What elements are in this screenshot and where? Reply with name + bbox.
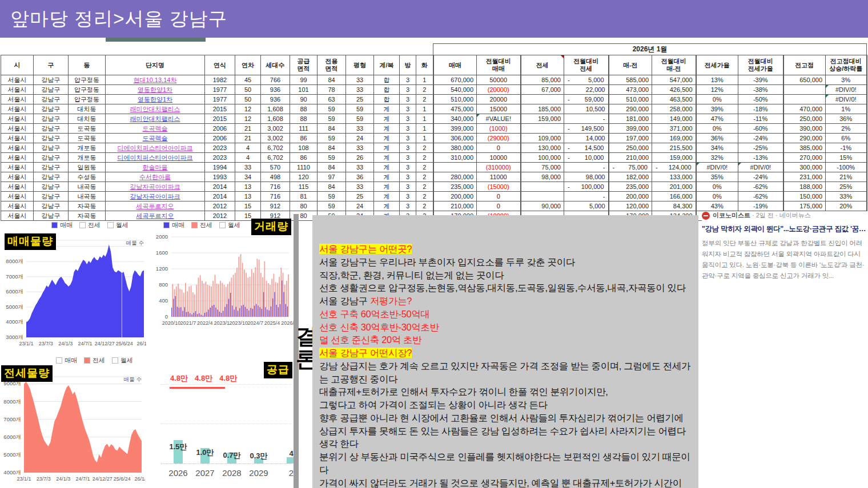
- demand-value-label: 4.8만: [170, 373, 188, 384]
- analysis-line: 향후 공급뿐 아니라 현 시장에서 고환율로 인해서 사람들의 투자심리가 꺾어…: [319, 412, 692, 425]
- legend-item[interactable]: 월세: [107, 221, 128, 229]
- year-label: 2026: [166, 468, 191, 478]
- news-source: 이코노미스트: [713, 211, 750, 220]
- column-header: 동: [69, 55, 106, 75]
- svg-text:8000개: 8000개: [6, 258, 23, 264]
- column-header: 전월대비 매매: [477, 55, 521, 75]
- table-row: 서울시강남구압구정동영동한양1차1977509361017833합32540,0…: [1, 85, 867, 95]
- column-header: 계/복: [374, 55, 400, 75]
- complex-link[interactable]: 영동한양1차: [138, 86, 172, 93]
- svg-text:24/12/27: 24/12/27: [93, 476, 112, 482]
- legend-swatch-icon: [219, 222, 226, 228]
- legend-swatch-icon: [107, 222, 114, 228]
- transaction-volume-chart: 매매전세월세 거래량 20001600120080040002020/10202…: [148, 219, 294, 333]
- demand-value-label: 4.8만: [219, 373, 237, 384]
- supply-value-label: 4: [279, 449, 294, 458]
- svg-text:23/7/3: 23/7/3: [37, 476, 51, 482]
- complex-link[interactable]: 디에이치퍼스티어아이파크: [118, 154, 193, 161]
- complex-table: 2026년 1월시구동단지명연식연차세대수공급 면적전용 면적평형계/복방화매매…: [1, 43, 867, 221]
- svg-text:2021/7: 2021/7: [180, 320, 196, 326]
- analysis-line: 상급지 투자를 못해도 돈 있는 사람들은 강남 입성하려는 수요가 쉽사리 사…: [319, 425, 692, 451]
- legend-swatch-icon: [51, 222, 58, 228]
- supply-value-label: 0.7만: [219, 450, 244, 461]
- column-header: 시: [1, 55, 34, 75]
- svg-text:2024/7: 2024/7: [247, 320, 263, 326]
- axis-baseline: [161, 463, 291, 464]
- chart-legend: 매매전세월세: [163, 221, 240, 229]
- svg-text:4000개: 4000개: [3, 469, 21, 475]
- legend-item[interactable]: 전세: [191, 221, 212, 229]
- news-headline[interactable]: "강남 막히자 외곽이 뛴다"...노도강·금관구 집값 '꿈틀', 신고가 .…: [702, 224, 867, 234]
- year-label: 2027: [192, 468, 218, 478]
- supply-value-label: 1.0만: [192, 447, 218, 458]
- legend-swatch-icon: [112, 357, 118, 364]
- complex-link[interactable]: 디에이치퍼스티어아이파크: [118, 144, 193, 151]
- supply-value-label: 0.3만: [246, 451, 271, 461]
- complex-link[interactable]: 래미안대치팰리스: [130, 115, 180, 122]
- complex-link[interactable]: 세곡푸르지오: [136, 203, 174, 209]
- column-header: 평형: [346, 55, 374, 75]
- legend-item[interactable]: 월세: [112, 356, 133, 365]
- svg-text:6000개: 6000개: [6, 288, 23, 295]
- complex-link[interactable]: 영동한양1차: [138, 96, 172, 103]
- svg-text:26/1/9: 26/1/9: [136, 341, 146, 346]
- svg-text:2000: 2000: [156, 233, 168, 240]
- analysis-line: 서울 강남구는 우리나라 부촌이자 입지요소를 두루 갖춘 곳이다: [319, 256, 692, 269]
- column-header: 연차: [235, 55, 261, 75]
- complex-link[interactable]: 현대10,13,14차: [134, 76, 177, 83]
- area-series: [24, 382, 142, 473]
- svg-text:매물 수: 매물 수: [124, 376, 142, 382]
- news-meta: · 2일 전 · 네이버뉴스: [752, 211, 811, 220]
- area-plot: 9000개8000개7000개6000개5000개4000개23/1/123/7…: [1, 372, 145, 488]
- column-header: 화: [416, 55, 433, 75]
- complex-link[interactable]: 수서한아름: [139, 174, 171, 180]
- legend-item[interactable]: 매매: [56, 356, 77, 365]
- jeonse-listing-chart: 매매전세월세 전세물량 9000개8000개7000개6000개5000개400…: [1, 353, 145, 488]
- legend-item[interactable]: 전세: [84, 356, 105, 365]
- chart-title: 전세물량: [1, 365, 53, 382]
- column-header: 단지명: [106, 55, 205, 75]
- svg-text:24/1/3: 24/1/3: [56, 476, 70, 482]
- complex-link[interactable]: 도곡렉슬: [143, 135, 168, 142]
- table-row: 서울시강남구압구정동현대10,13,14차198245766998433합316…: [1, 75, 867, 85]
- complex-link[interactable]: 강남자곡아이파크: [130, 183, 180, 190]
- svg-text:4000개: 4000개: [6, 318, 23, 325]
- svg-text:24/12/27: 24/12/27: [95, 341, 115, 346]
- svg-text:5000개: 5000개: [6, 304, 23, 310]
- complex-link[interactable]: 강남자곡아이파크: [130, 193, 180, 200]
- svg-text:800: 800: [159, 281, 168, 288]
- analysis-line: 선호 구축 60억초반-50억대: [319, 308, 692, 321]
- chart-legend: 매매전세월세: [56, 356, 133, 365]
- column-header: 전월대비 전세: [564, 55, 609, 75]
- svg-text:2023/1: 2023/1: [214, 320, 230, 326]
- svg-text:23/1/1: 23/1/1: [17, 476, 31, 482]
- legend-item[interactable]: 월세: [219, 221, 240, 229]
- chart-title: 공급: [264, 362, 292, 378]
- svg-text:5000개: 5000개: [3, 451, 21, 458]
- svg-text:400: 400: [159, 297, 168, 304]
- supply-value-label: 1.5만: [166, 442, 191, 452]
- complex-link[interactable]: 도곡렉슬: [143, 125, 168, 132]
- news-snippet: 정부의 잇단 부동산 규제로 강남과 한강벨트 진입이 어려워지자 비교적 잠잠…: [702, 238, 867, 281]
- complex-link[interactable]: 한솔마을: [143, 164, 168, 171]
- svg-text:6000개: 6000개: [3, 434, 21, 440]
- svg-text:0: 0: [165, 313, 168, 320]
- legend-item[interactable]: 매매: [163, 221, 184, 229]
- sale-listing-chart: 매매전세월세 매매물량 9000개8000개7000개6000개5000개400…: [3, 219, 145, 351]
- legend-item[interactable]: 전세: [79, 221, 101, 229]
- legend-swatch-icon: [191, 222, 198, 228]
- year-label: 2: [279, 468, 294, 478]
- column-header: 전세가율: [696, 55, 738, 75]
- analysis-line: 가격이 싸지 않더라도 거래가 될 것으로 생각들지만, 예측일 뿐 대출규제+…: [319, 477, 692, 488]
- svg-text:23/1/1: 23/1/1: [19, 341, 33, 346]
- month-period-label: 2026년 1월: [433, 44, 867, 55]
- svg-text:23/7/3: 23/7/3: [39, 341, 53, 346]
- svg-text:3000개: 3000개: [6, 334, 23, 340]
- analysis-line: 직장,학군, 환경, 커뮤니티 없는게 없는 곳이다: [319, 269, 692, 282]
- complex-link[interactable]: 래미안대치팰리스: [130, 106, 180, 112]
- page-title: 앞마당 정리>서울 강남구: [0, 0, 868, 38]
- legend-item[interactable]: 매매: [51, 221, 73, 229]
- demand-labels: 4.8만4.8만4.8만: [170, 373, 237, 384]
- news-source-logo-icon: [702, 212, 710, 220]
- table-row: 서울시강남구일원동한솔마을19943357011108433계32(310000…: [1, 163, 867, 172]
